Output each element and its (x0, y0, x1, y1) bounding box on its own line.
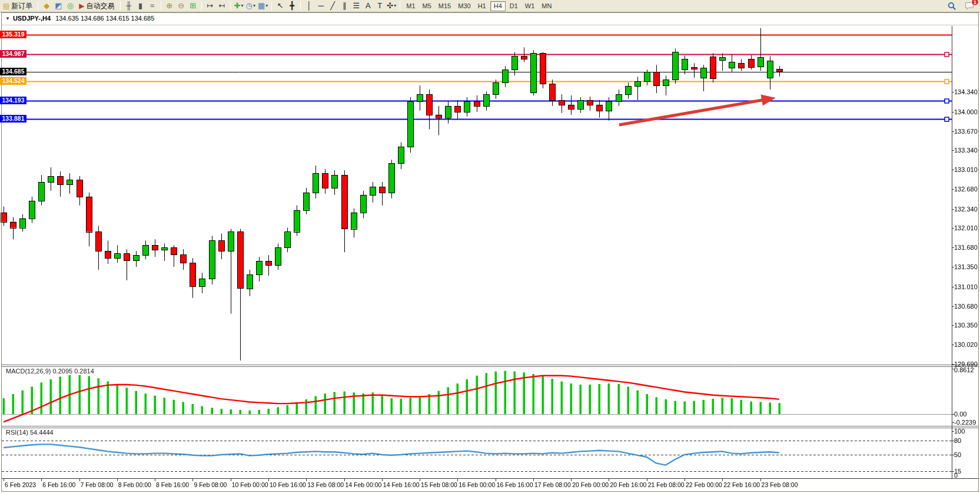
market-watch-icon[interactable]: ◩ (52, 1, 64, 11)
toolbar-separator (271, 1, 272, 11)
one-click-trading-toggle-icon[interactable]: ▼ (5, 16, 10, 21)
templates-icon: ▦ (258, 1, 265, 11)
toolbar-separator (201, 1, 202, 11)
signals-icon[interactable]: ◎ (64, 1, 76, 11)
price-axis-tick: 131.010 (954, 283, 978, 290)
price-axis-tick: 134.000 (954, 108, 978, 115)
text-icon[interactable]: A (362, 1, 374, 11)
signals-icon: ◎ (67, 1, 74, 11)
rsi-axis-tick: 100 (954, 428, 965, 435)
time-axis-label: 8 Feb 16:00 (156, 481, 189, 488)
time-axis-label: 17 Feb 08:00 (534, 481, 571, 488)
toolbar-right: 1 (946, 1, 975, 11)
text-label-icon[interactable]: T (374, 1, 386, 11)
new-order-button[interactable]: ▤新订单 (0, 1, 35, 11)
tf-button-m15[interactable]: M15 (436, 1, 454, 11)
price-axis-tick: 131.350 (954, 263, 978, 270)
chart-shift-icon[interactable]: ↤ (216, 1, 228, 11)
macd-indicator-label: MACD(12,26,9) 0.2095 0.2814 (6, 368, 94, 375)
rsi-axis-tick: 0 (954, 472, 958, 479)
time-axis-label: 9 Feb 08:00 (194, 481, 227, 488)
cursor-icon[interactable]: ↖ (274, 1, 286, 11)
time-axis-label: 7 Feb 08:00 (81, 481, 114, 488)
vertical-line-icon: │ (307, 1, 311, 11)
vertical-line-icon[interactable]: │ (303, 1, 315, 11)
price-line-badge: 135.319 (0, 31, 26, 38)
candlestick-chart-icon[interactable]: ▮ (135, 1, 147, 11)
chat-icon[interactable]: 1 (964, 1, 975, 11)
time-axis-label: 22 Feb 16:00 (723, 481, 760, 488)
search-icon[interactable] (946, 1, 958, 11)
crosshair-icon: ╋ (290, 1, 294, 11)
profiles-icon[interactable]: ◆ (41, 1, 52, 11)
symbol-ohlc-values: 134.635 134.686 134.615 134.685 (55, 15, 154, 22)
toolbar-separator (230, 1, 231, 11)
price-axis-tick: 134.340 (954, 88, 978, 95)
line-chart-icon[interactable]: ≈ (147, 1, 158, 11)
arrows-icon[interactable]: ✣▾ (386, 1, 397, 11)
dropdown-caret-icon: ▾ (265, 1, 268, 11)
cursor-icon: ↖ (277, 1, 284, 11)
time-axis-label: 21 Feb 08:00 (648, 481, 685, 488)
equidistant-channel-icon: ∥ (343, 1, 347, 11)
auto-trading-button[interactable]: ▶自动交易 (76, 1, 117, 11)
price-axis-tick: 130.350 (954, 322, 978, 329)
templates-icon[interactable]: ▦▾ (257, 1, 269, 11)
price-axis-tick: 130.020 (954, 341, 978, 348)
macd-axis-tick: 0.00 (954, 411, 966, 418)
equidistant-channel-icon[interactable]: ∥ (338, 1, 350, 11)
rsi-axis-tick: 50 (954, 451, 961, 458)
zoom-out-icon[interactable]: ⊖ (175, 1, 187, 11)
time-axis-label: 14 Feb 00:00 (346, 481, 382, 488)
price-line-badge: 134.987 (0, 50, 26, 58)
auto-trading-button-label: 自动交易 (87, 1, 115, 11)
tf-button-m1[interactable]: M1 (403, 1, 418, 11)
trendline-icon[interactable]: ╱ (327, 1, 338, 11)
indicators-icon[interactable]: ✚▾ (233, 1, 245, 11)
periods-icon[interactable]: ◷▾ (245, 1, 257, 11)
zoom-in-icon[interactable]: ⊕ (164, 1, 175, 11)
crosshair-icon[interactable]: ╋ (286, 1, 298, 11)
horizontal-line-icon[interactable]: ─ (315, 1, 327, 11)
time-axis-label: 16 Feb 16:00 (497, 481, 533, 488)
price-line-badge: 133.881 (0, 115, 26, 123)
fibonacci-icon[interactable]: ☰ (350, 1, 362, 11)
zoom-in-icon: ⊕ (166, 1, 172, 11)
zoom-out-icon: ⊖ (178, 1, 184, 11)
time-axis-label: 8 Feb 00:00 (118, 481, 151, 488)
tf-button-m30[interactable]: M30 (455, 1, 473, 11)
market-watch-icon: ◩ (55, 1, 62, 11)
horizontal-line-icon: ─ (318, 1, 324, 11)
symbol-title: USDJPY-,H4 (13, 15, 51, 22)
time-axis-label: 20 Feb 00:00 (572, 481, 609, 488)
price-axis-tick: 133.010 (954, 166, 978, 173)
bar-chart-icon[interactable]: ╫ (123, 1, 135, 11)
candlestick-chart-icon: ▮ (138, 1, 142, 11)
tile-windows-icon[interactable]: ⊞ (187, 1, 199, 11)
tf-button-h4[interactable]: H4 (490, 1, 506, 11)
toolbar-separator (38, 1, 38, 11)
tf-button-mn[interactable]: MN (539, 1, 554, 11)
toolbar-separator (400, 1, 400, 11)
tf-button-d1[interactable]: D1 (507, 1, 521, 11)
periods-icon: ◷ (246, 1, 253, 11)
arrows-icon: ✣ (387, 1, 393, 11)
tile-windows-icon: ⊞ (190, 1, 196, 11)
timeframe-toolbar: M1M5M15M30H1H4D1W1MN (403, 0, 555, 12)
symbol-bar: ▼ USDJPY-,H4 134.635 134.686 134.615 134… (2, 13, 978, 24)
price-line-badge: 134.193 (0, 97, 26, 104)
chart-canvas[interactable] (0, 0, 980, 493)
rsi-indicator-label: RSI(14) 54.4444 (6, 429, 54, 436)
price-line-badge: 134.524 (0, 77, 26, 85)
auto-scroll-icon[interactable]: ↦ (204, 1, 216, 11)
rsi-axis-tick: 80 (954, 437, 961, 444)
tf-button-h1[interactable]: H1 (475, 1, 489, 11)
price-axis-tick: 131.680 (954, 244, 978, 251)
tf-button-m5[interactable]: M5 (420, 1, 434, 11)
price-axis-tick: 130.680 (954, 303, 978, 310)
time-axis-label: 15 Feb 08:00 (421, 481, 457, 488)
time-axis-label: 6 Feb 2023 (5, 481, 36, 488)
fibonacci-icon: ☰ (353, 1, 360, 11)
tf-button-w1[interactable]: W1 (522, 1, 538, 11)
dropdown-caret-icon: ▾ (253, 1, 255, 11)
